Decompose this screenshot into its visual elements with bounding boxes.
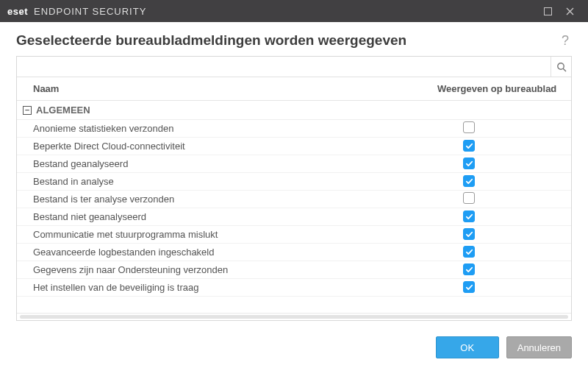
list-item-checkbox-cell bbox=[437, 175, 562, 188]
ok-button[interactable]: OK bbox=[436, 336, 499, 358]
show-on-desktop-checkbox[interactable] bbox=[463, 121, 475, 133]
svg-line-2 bbox=[563, 68, 566, 71]
brand-eset: eset bbox=[7, 6, 28, 17]
dialog-footer: OK Annuleren bbox=[0, 327, 588, 368]
list-item-label: Bestand niet geanalyseerd bbox=[17, 211, 437, 222]
list-item-checkbox-cell bbox=[437, 210, 562, 223]
list-item-label: Beperkte Direct Cloud-connectiviteit bbox=[17, 141, 437, 152]
list-item-label: Het instellen van de beveiliging is traa… bbox=[17, 282, 437, 293]
list-item-checkbox-cell bbox=[437, 246, 562, 258]
search-row bbox=[17, 57, 571, 77]
list-item: Gegevens zijn naar Ondersteuning verzond… bbox=[17, 261, 571, 279]
collapse-icon[interactable]: – bbox=[23, 106, 32, 115]
help-icon[interactable]: ? bbox=[559, 33, 572, 49]
list-item: Bestand in analyse bbox=[17, 173, 571, 191]
column-headers: Naam Weergeven op bureaublad bbox=[17, 77, 571, 101]
list-item-label: Geavanceerde logbestanden ingeschakeld bbox=[17, 247, 437, 258]
show-on-desktop-checkbox[interactable] bbox=[463, 263, 475, 275]
list-item-checkbox-cell bbox=[437, 192, 562, 206]
list-item: Het instellen van de beveiliging is traa… bbox=[17, 279, 571, 297]
show-on-desktop-checkbox[interactable] bbox=[463, 246, 475, 258]
close-icon[interactable] bbox=[559, 0, 581, 22]
list-item: Bestand niet geanalyseerd bbox=[17, 208, 571, 226]
dialog-header: Geselecteerde bureaubladmeldingen worden… bbox=[0, 22, 588, 56]
list-item-label: Bestand geanalyseerd bbox=[17, 158, 437, 169]
notification-list[interactable]: – ALGEMEEN Anonieme statistieken verzond… bbox=[17, 101, 571, 313]
show-on-desktop-checkbox[interactable] bbox=[463, 281, 475, 293]
search-input[interactable] bbox=[17, 57, 551, 77]
list-item-label: Bestand in analyse bbox=[17, 176, 437, 187]
list-item: Geavanceerde logbestanden ingeschakeld bbox=[17, 244, 571, 261]
list-item-checkbox-cell bbox=[437, 140, 562, 152]
list-item: Bestand geanalyseerd bbox=[17, 155, 571, 173]
show-on-desktop-checkbox[interactable] bbox=[463, 140, 475, 152]
list-item-checkbox-cell bbox=[437, 121, 562, 135]
titlebar: eset ENDPOINT SECURITY bbox=[0, 0, 588, 22]
list-item: Communicatie met stuurprogramma mislukt bbox=[17, 226, 571, 244]
cancel-button[interactable]: Annuleren bbox=[506, 336, 572, 358]
show-on-desktop-checkbox[interactable] bbox=[463, 210, 475, 222]
list-item-label: Anonieme statistieken verzonden bbox=[17, 123, 437, 134]
list-item-checkbox-cell bbox=[437, 281, 562, 294]
list-item-checkbox-cell bbox=[437, 263, 562, 276]
list-item-label: Bestand is ter analyse verzonden bbox=[17, 194, 437, 205]
page-title: Geselecteerde bureaubladmeldingen worden… bbox=[16, 32, 406, 49]
settings-panel: Naam Weergeven op bureaublad – ALGEMEEN … bbox=[16, 56, 572, 321]
list-item-checkbox-cell bbox=[437, 158, 562, 170]
show-on-desktop-checkbox[interactable] bbox=[463, 228, 475, 240]
group-row-general[interactable]: – ALGEMEEN bbox=[17, 101, 571, 120]
list-item-checkbox-cell bbox=[437, 228, 562, 241]
search-icon[interactable] bbox=[551, 57, 571, 77]
list-item: Anonieme statistieken verzonden bbox=[17, 120, 571, 138]
show-on-desktop-checkbox[interactable] bbox=[463, 158, 475, 169]
scrollbar-thumb[interactable] bbox=[20, 315, 568, 319]
brand: eset ENDPOINT SECURITY bbox=[7, 6, 146, 17]
list-item: Bestand is ter analyse verzonden bbox=[17, 191, 571, 208]
show-on-desktop-checkbox[interactable] bbox=[463, 192, 475, 204]
list-item-label: Gegevens zijn naar Ondersteuning verzond… bbox=[17, 264, 437, 275]
column-show: Weergeven op bureaublad bbox=[437, 83, 562, 94]
horizontal-scrollbar[interactable] bbox=[17, 313, 571, 320]
list-item: Beperkte Direct Cloud-connectiviteit bbox=[17, 138, 571, 155]
list-item-label: Communicatie met stuurprogramma mislukt bbox=[17, 229, 437, 240]
minimize-icon[interactable] bbox=[537, 0, 559, 22]
column-name: Naam bbox=[17, 83, 437, 94]
svg-point-1 bbox=[557, 63, 563, 68]
svg-rect-0 bbox=[544, 7, 551, 15]
brand-product: ENDPOINT SECURITY bbox=[34, 6, 146, 17]
group-label: ALGEMEEN bbox=[36, 105, 90, 116]
show-on-desktop-checkbox[interactable] bbox=[463, 175, 475, 187]
